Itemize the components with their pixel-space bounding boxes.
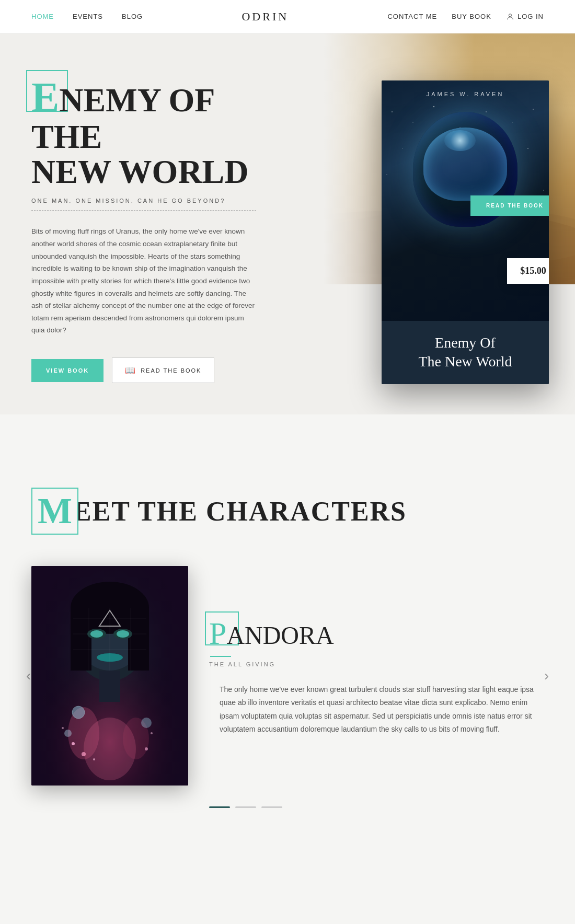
char-epithet-line <box>210 656 231 657</box>
hero-title: ENEMY OF THENEW WORLD <box>31 75 256 189</box>
hero-buttons: VIEW BOOK 📖 READ THE BOOK <box>31 357 256 383</box>
carousel-dot-3[interactable] <box>261 806 282 808</box>
svg-point-45 <box>72 706 85 719</box>
read-book-button[interactable]: 📖 READ THE BOOK <box>112 357 214 383</box>
char-name-first-letter: P <box>209 616 226 651</box>
svg-point-14 <box>486 111 487 112</box>
svg-rect-41 <box>99 671 120 702</box>
svg-point-0 <box>509 14 511 16</box>
character-carousel: ‹ <box>31 566 544 786</box>
nav-blog[interactable]: BLOG <box>122 13 143 20</box>
hero-title-wrapper: ENEMY OF THENEW WORLD <box>31 75 256 189</box>
book-price: $15.00 <box>507 258 549 284</box>
section-heading: M EET THE CHARACTERS <box>31 488 544 535</box>
svg-point-49 <box>82 752 86 756</box>
hero-subtitle: One Man. One Mission. Can He Go Beyond? <box>31 198 256 211</box>
view-book-button[interactable]: VIEW BOOK <box>31 359 104 382</box>
svg-point-18 <box>527 148 528 149</box>
char-description: The only home we've ever known great tur… <box>220 683 544 736</box>
svg-point-15 <box>512 122 512 122</box>
carousel-next-button[interactable]: › <box>539 662 554 689</box>
book-card-title: Enemy Of The New World <box>392 333 538 372</box>
char-epithet: The All Giving <box>209 661 544 667</box>
book-author: JAMES W. RAVEN <box>427 91 504 97</box>
nav-buy-book[interactable]: BUY BOOK <box>452 13 491 20</box>
svg-point-19 <box>386 174 387 175</box>
svg-rect-27 <box>71 608 91 671</box>
spacer-1 <box>0 414 575 446</box>
svg-point-47 <box>141 718 152 728</box>
nav-home[interactable]: HOME <box>31 13 54 20</box>
user-icon <box>506 13 514 21</box>
svg-point-51 <box>62 727 64 729</box>
book-card: JAMES W. RAVEN <box>382 80 549 384</box>
brand-logo: ODRIN <box>242 10 289 24</box>
nav-contact[interactable]: CONTACT ME <box>387 13 437 20</box>
nav-login[interactable]: LOG IN <box>506 13 544 21</box>
svg-rect-28 <box>128 608 149 671</box>
heading-letter-box: M <box>31 488 78 535</box>
book-icon: 📖 <box>125 365 136 375</box>
nav-left: HOME EVENTS BLOG <box>31 13 143 20</box>
character-face-art <box>31 566 188 786</box>
svg-point-53 <box>151 732 153 734</box>
svg-point-10 <box>392 111 393 112</box>
svg-point-17 <box>402 148 402 148</box>
carousel-dot-2[interactable] <box>235 806 256 808</box>
char-name-wrapper: PANDORA <box>209 616 334 652</box>
nav-events[interactable]: EVENTS <box>73 13 103 20</box>
hero-body: Bits of moving fluff rings of Uranus, th… <box>31 225 256 337</box>
svg-point-12 <box>433 106 434 107</box>
hero-first-letter: E <box>31 74 59 120</box>
svg-point-16 <box>533 109 534 110</box>
main-nav: HOME EVENTS BLOG ODRIN CONTACT ME BUY BO… <box>0 0 575 33</box>
book-card-bottom: Enemy Of The New World <box>382 321 549 384</box>
character-info: PANDORA The All Giving The only home we'… <box>209 616 544 736</box>
hero-content: ENEMY OF THENEW WORLD One Man. One Missi… <box>31 75 256 383</box>
svg-point-11 <box>412 122 413 123</box>
svg-point-52 <box>145 747 148 750</box>
carousel-dot-1[interactable] <box>209 806 230 808</box>
nav-right: CONTACT ME BUY BOOK LOG IN <box>387 13 544 21</box>
heading-first-letter: M <box>38 493 72 529</box>
svg-point-46 <box>64 730 72 737</box>
svg-point-48 <box>72 742 75 745</box>
carousel-dots <box>209 806 544 808</box>
svg-point-20 <box>543 190 544 191</box>
heading-rest: EET THE CHARACTERS <box>73 496 407 527</box>
book-read-btn[interactable]: READ THE BOOK <box>470 195 549 216</box>
svg-point-50 <box>93 758 95 760</box>
char-name: PANDORA <box>209 616 334 652</box>
hero-section: ENEMY OF THENEW WORLD One Man. One Missi… <box>0 33 575 414</box>
characters-section: M EET THE CHARACTERS ‹ <box>0 446 575 850</box>
book-cover: JAMES W. RAVEN <box>382 80 549 321</box>
svg-point-13 <box>459 127 461 128</box>
book-card-area: JAMES W. RAVEN <box>382 80 559 384</box>
character-image <box>31 566 188 786</box>
